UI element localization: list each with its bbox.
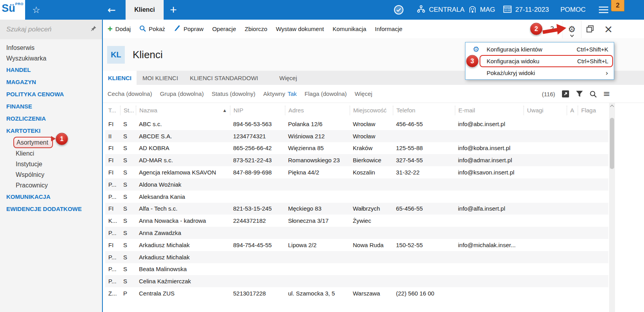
view-tab-klienci-standardowi[interactable]: KLIENCI STANDARDOWI: [184, 71, 264, 85]
menu-item-pokaż-ukryj-widoki[interactable]: Pokaż/ukryj widoki›: [465, 67, 614, 79]
table-header: T...St...Nazwa▲NIPAdresMiejscowośćTelefo…: [105, 103, 608, 118]
module-tab-klienci[interactable]: Klienci: [126, 0, 164, 20]
toolbar-zbiorczo[interactable]: Zbiorczo: [245, 26, 268, 32]
column-header-uwagi[interactable]: Uwagi: [524, 106, 567, 115]
close-icon[interactable]: ×: [604, 20, 613, 38]
table-row[interactable]: P...SAleksandra Kania: [105, 191, 608, 203]
toolbar-pokaż[interactable]: Pokaż: [139, 25, 165, 33]
sidebar-item-handel[interactable]: HANDEL: [0, 64, 102, 76]
table-row[interactable]: P...SBeata Malinowska: [105, 263, 608, 275]
sidebar-item-klienci[interactable]: Klienci: [0, 148, 102, 159]
filter-grupa-dowolna[interactable]: Grupa (dowolna): [160, 90, 204, 97]
toolbar-popraw[interactable]: Popraw: [174, 25, 204, 33]
table-row[interactable]: FISAgencja reklamowa KSAVON847-88-99-698…: [105, 166, 608, 178]
org-chart-icon: [417, 5, 425, 15]
table-row[interactable]: K...SAnna Nowacka - kadrowa2244372182Sło…: [105, 215, 608, 227]
warehouse-selector[interactable]: MAG: [469, 0, 495, 20]
filter-cecha-dowolna[interactable]: Cecha (dowolna): [108, 90, 152, 97]
building-icon: [469, 5, 476, 15]
table-row[interactable]: P...SCelina Kaźmierczak: [105, 275, 608, 287]
list-options-icon[interactable]: ≡: [603, 90, 610, 98]
filter-więcej[interactable]: Więcej: [355, 90, 372, 97]
view-tab-klienci[interactable]: KLIENCI: [103, 71, 137, 85]
column-header-flaga[interactable]: Flaga: [578, 106, 608, 115]
back-arrow-icon[interactable]: ←: [108, 0, 116, 20]
sidebar-item-wspólnicy[interactable]: Wspólnicy: [0, 169, 102, 180]
column-header-nip[interactable]: NIP: [230, 106, 285, 115]
column-header-miejscowość[interactable]: Miejscowość: [350, 106, 393, 115]
table-row[interactable]: P...SArkadiusz Michalak: [105, 251, 608, 263]
notification-badge[interactable]: 2: [611, 0, 624, 11]
table-row[interactable]: IISABCDE S.A.1234774321Wiśniowa 212Wrocł…: [105, 130, 608, 142]
view-tab-więcej[interactable]: Więcej: [274, 71, 303, 85]
table-row[interactable]: FISArkadiusz Michalak894-754-45-55Lipowa…: [105, 239, 608, 251]
sidebar-item-infoserwis[interactable]: Infoserwis: [0, 42, 102, 53]
toolbar-operacje[interactable]: Operacje: [212, 26, 236, 32]
command-search-input[interactable]: Szukaj poleceń: [0, 20, 102, 39]
date-selector[interactable]: 27-11-2023: [503, 0, 549, 20]
sidebar-item-kartoteki[interactable]: KARTOTEKI: [0, 125, 102, 137]
filter-status-dowolny[interactable]: Status (dowolny): [212, 90, 255, 97]
pin-icon[interactable]: [90, 26, 97, 33]
table-row[interactable]: FISAD KOBRA865-256-66-42Więzienna 85Krak…: [105, 142, 608, 154]
sidebar-item-magazyn[interactable]: MAGAZYN: [0, 76, 102, 88]
gear-icon: ⚙: [568, 25, 576, 34]
toolbar-informacje[interactable]: Informacje: [375, 26, 402, 32]
new-tab-plus-icon[interactable]: +: [170, 0, 177, 20]
search-placeholder: Szukaj poleceń: [6, 26, 51, 33]
column-header-adres[interactable]: Adres: [285, 106, 350, 115]
vertical-scrollbar[interactable]: [609, 103, 615, 312]
filter-bar-items: Cecha (dowolna)Grupa (dowolna)Status (do…: [108, 90, 372, 97]
filter-flaga-dowolna[interactable]: Flaga (dowolna): [305, 90, 347, 97]
table-row[interactable]: FISAD-MAR s.c.873-521-22-43Romanowskiego…: [105, 154, 608, 166]
table-row[interactable]: P...SAldona Woźniak: [105, 178, 608, 191]
column-header-nazwa[interactable]: Nazwa▲: [136, 106, 230, 115]
sidebar-item-pracownicy[interactable]: Pracownicy: [0, 180, 102, 191]
table-body: FISABC s.c.894-56-53-563Polanka 12/6Wroc…: [105, 118, 608, 299]
submenu-arrow-icon: ›: [606, 69, 608, 77]
action-toolbar-items: +DodajPokażPoprawOperacjeZbiorczoWystaw …: [108, 25, 402, 33]
sidebar: Szukaj poleceń InfoserwisWyszukiwarkaHAN…: [0, 20, 102, 312]
app-logo: SüPRO: [0, 0, 25, 20]
help-icon[interactable]: ?: [550, 20, 554, 38]
column-header-telefon[interactable]: Telefon: [393, 106, 455, 115]
sidebar-item-rozliczenia[interactable]: ROZLICZENIA: [0, 112, 102, 125]
toolbar-komunikacja[interactable]: Komunikacja: [332, 26, 366, 32]
column-header-st[interactable]: St...: [120, 106, 136, 115]
toolbar-dodaj[interactable]: +Dodaj: [108, 26, 131, 32]
view-tab-moi-klienci[interactable]: MOI KLIENCI: [137, 71, 184, 85]
column-header-a[interactable]: A: [567, 106, 578, 115]
sidebar-item-komunikacja[interactable]: KOMUNIKACJA: [0, 191, 102, 203]
filter-funnel-icon[interactable]: [576, 90, 583, 97]
top-bar: SüPRO ☆ ← Klienci + CENTRALA MAG 27-11-2…: [0, 0, 644, 20]
scroll-up-arrow-icon[interactable]: [609, 105, 615, 112]
search-icon[interactable]: [589, 90, 597, 98]
sidebar-item-wyszukiwarka[interactable]: Wyszukiwarka: [0, 53, 102, 64]
menu-item-konfiguracja-klientów[interactable]: ⚙Konfiguracja klientówCtrl+Shift+K: [465, 43, 614, 55]
filter-aktywny[interactable]: AktywnyTak: [263, 90, 297, 97]
hamburger-menu-icon[interactable]: [599, 0, 608, 20]
annotation-step-3: 3: [466, 55, 478, 67]
sidebar-item-instytucje[interactable]: Instytucje: [0, 159, 102, 169]
help-menu[interactable]: POMOC: [560, 0, 586, 20]
annotation-highlight-rect: [480, 55, 613, 67]
sidebar-item-polityka-cenowa[interactable]: POLITYKA CENOWA: [0, 88, 102, 100]
export-icon[interactable]: [562, 90, 569, 98]
favorites-star-icon[interactable]: ☆: [32, 0, 40, 20]
magnifier-icon: [139, 25, 146, 33]
company-selector[interactable]: CENTRALA: [417, 0, 465, 20]
sync-status-icon[interactable]: [394, 0, 404, 20]
detach-window-icon[interactable]: [586, 20, 594, 38]
table-row[interactable]: Z...PCentrala ZUS5213017228ul. Szamocka …: [105, 287, 608, 299]
table-row[interactable]: FISABC s.c.894-56-53-563Polanka 12/6Wroc…: [105, 118, 608, 130]
scrollbar-thumb[interactable]: [610, 118, 614, 169]
toolbar-wystaw-dokument[interactable]: Wystaw dokument: [276, 26, 324, 32]
table-row[interactable]: FISAlfa - Tech s.c.821-53-15-245Męckiego…: [105, 203, 608, 215]
gear-icon: ⚙: [473, 46, 479, 53]
sidebar-item-ewidencje-dodatkowe[interactable]: EWIDENCJE DODATKOWE: [0, 203, 102, 215]
sidebar-item-finanse[interactable]: FINANSE: [0, 100, 102, 112]
column-header-e-mail[interactable]: E-mail: [455, 106, 524, 115]
sidebar-item-asortyment[interactable]: Asortyment: [13, 137, 53, 148]
table-row[interactable]: P...SAnna Zawadzka: [105, 227, 608, 239]
column-header-t[interactable]: T...: [105, 106, 120, 115]
